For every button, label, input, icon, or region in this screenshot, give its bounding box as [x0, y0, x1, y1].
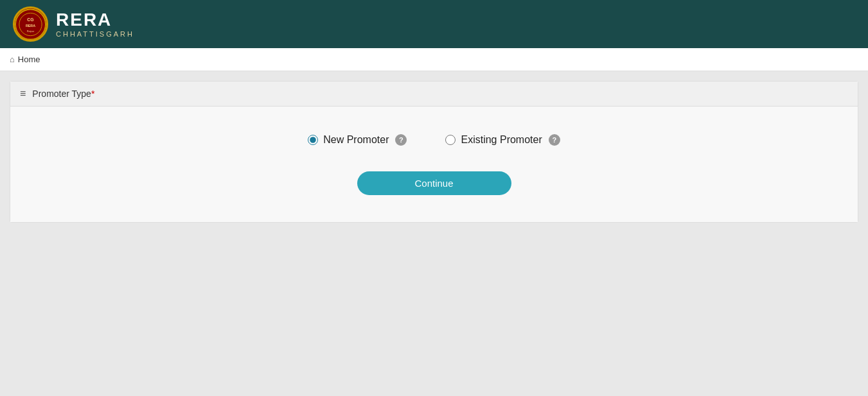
- new-promoter-help-icon[interactable]: ?: [395, 134, 407, 146]
- home-label: Home: [18, 55, 40, 64]
- card-header: ≡ Promoter Type*: [10, 82, 858, 107]
- logo-container: CG RERA Raipur RERA CHHATTISGARH: [13, 6, 134, 42]
- existing-promoter-help-icon[interactable]: ?: [549, 134, 560, 146]
- page-header: CG RERA Raipur RERA CHHATTISGARH: [0, 0, 868, 48]
- logo-circle: CG RERA Raipur: [13, 6, 48, 42]
- home-link[interactable]: ⌂ Home: [10, 55, 40, 64]
- card-title-text: Promoter Type: [32, 89, 91, 99]
- promoter-type-card: ≡ Promoter Type* New Promoter ? Existing…: [10, 81, 858, 223]
- logo-title: RERA: [56, 11, 134, 29]
- continue-button[interactable]: Continue: [357, 171, 511, 195]
- logo-subtitle: CHHATTISGARH: [56, 30, 134, 38]
- logo-text: RERA CHHATTISGARH: [56, 11, 134, 38]
- svg-text:Raipur: Raipur: [27, 29, 35, 32]
- hamburger-icon[interactable]: ≡: [20, 88, 26, 99]
- navbar: ⌂ Home: [0, 48, 868, 71]
- existing-promoter-label: Existing Promoter: [461, 134, 542, 146]
- existing-promoter-radio[interactable]: [445, 135, 456, 145]
- new-promoter-option[interactable]: New Promoter ?: [308, 134, 407, 146]
- svg-text:CG: CG: [27, 17, 33, 22]
- svg-text:RERA: RERA: [26, 23, 35, 27]
- home-icon: ⌂: [10, 55, 15, 64]
- required-star: *: [91, 89, 94, 99]
- new-promoter-radio[interactable]: [308, 135, 318, 145]
- card-title: Promoter Type*: [32, 89, 94, 99]
- options-row: New Promoter ? Existing Promoter ?: [308, 134, 560, 146]
- new-promoter-label: New Promoter: [323, 134, 389, 146]
- card-body: New Promoter ? Existing Promoter ? Conti…: [10, 107, 858, 222]
- existing-promoter-option[interactable]: Existing Promoter ?: [445, 134, 560, 146]
- main-content: ≡ Promoter Type* New Promoter ? Existing…: [0, 71, 868, 232]
